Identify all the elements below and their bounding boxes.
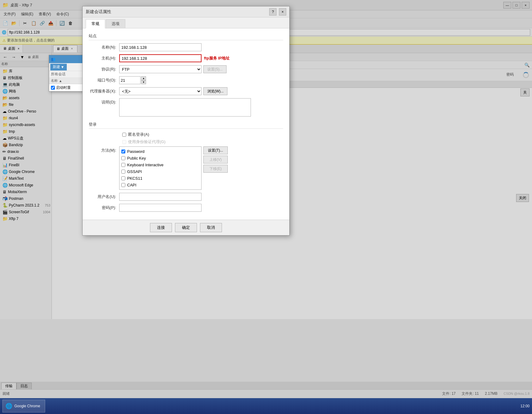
- browse-button[interactable]: 浏览(W)...: [203, 87, 227, 95]
- connect-button[interactable]: 连接: [150, 223, 172, 232]
- username-label: 用户名(U):: [89, 194, 119, 200]
- method-keyboard: Keyboard Interactive: [121, 161, 199, 168]
- method-gssapi-label: GSSAPI: [127, 169, 142, 174]
- dialog-title-bar: 新建会话属性 ? ×: [83, 6, 289, 17]
- method-label: 方法(M):: [89, 146, 119, 153]
- login-section: 登录 匿名登录(A) 使用身份验证代理(G) 方法(M):: [89, 122, 283, 212]
- dialog-tab-bar: 常规 选项: [83, 17, 289, 28]
- dialog-close-button[interactable]: ×: [279, 8, 286, 16]
- dialog-footer: 连接 确定 取消: [83, 220, 289, 235]
- taskbar-time: 12:00: [520, 404, 530, 408]
- anon-checkbox[interactable]: [122, 133, 126, 137]
- port-input[interactable]: [119, 76, 141, 84]
- port-spinner: ▲ ▼: [141, 76, 146, 84]
- station-section-header: 站点: [89, 33, 283, 40]
- startup-checkbox[interactable]: [51, 86, 55, 90]
- login-section-header: 登录: [89, 122, 283, 129]
- desc-row: 说明(D):: [89, 98, 283, 117]
- port-row: 端口号(O): ▲ ▼: [89, 76, 283, 84]
- proxy-row: 代理服务器(X): <无> 浏览(W)...: [89, 87, 283, 95]
- annotation-text: ftp服务 IP地址: [204, 56, 230, 60]
- desc-textarea-container: [119, 98, 251, 117]
- name-input[interactable]: [119, 43, 202, 51]
- identity-label: 使用身份验证代理(G): [128, 139, 166, 145]
- password-label: 密码(P):: [89, 205, 119, 211]
- move-up-button[interactable]: 上移(V): [203, 156, 228, 164]
- method-list: Password Public Key Keyboard Interactive: [119, 146, 202, 190]
- host-row: 主机(H): ftp服务 IP地址: [89, 54, 283, 62]
- method-buttons: 设置(T)... 上移(V) 下移(E): [203, 146, 228, 173]
- password-input[interactable]: [119, 204, 202, 212]
- port-increment-button[interactable]: ▲: [141, 76, 146, 80]
- method-keyboard-label: Keyboard Interactive: [127, 163, 163, 167]
- anon-login-row: 匿名登录(A): [89, 132, 283, 137]
- protocol-row: 协议(R): FTP SFTP 设置(S)...: [89, 65, 283, 73]
- ok-button[interactable]: 确定: [175, 223, 197, 232]
- method-gssapi: GSSAPI: [121, 168, 199, 175]
- move-down-button[interactable]: 下移(E): [203, 165, 228, 173]
- sort-icon: ▲: [59, 79, 62, 83]
- method-setup-button[interactable]: 设置(T)...: [203, 146, 228, 154]
- port-input-container: ▲ ▼: [119, 76, 146, 84]
- proxy-label: 代理服务器(X):: [89, 88, 119, 94]
- identity-checkbox[interactable]: [122, 140, 126, 144]
- station-section: 站点 名称(N): 主机(H): ftp服务 IP地址: [89, 33, 283, 117]
- dialog-tab-general[interactable]: 常规: [86, 19, 105, 28]
- taskbar-chrome-button[interactable]: 🌐 Google Chrome: [2, 400, 45, 412]
- taskbar-right: 12:00: [520, 404, 530, 408]
- annotation-container: ftp服务 IP地址: [204, 56, 230, 61]
- host-label: 主机(H):: [89, 56, 119, 61]
- name-row: 名称(N):: [89, 43, 283, 51]
- taskbar-chrome-label: Google Chrome: [14, 404, 40, 408]
- taskbar: 🌐 Google Chrome 12:00: [0, 398, 532, 414]
- dialog-content: 站点 名称(N): 主机(H): ftp服务 IP地址: [83, 28, 289, 220]
- method-password-label: Password: [127, 149, 145, 154]
- session-panel-icon: 👥: [51, 57, 55, 61]
- method-publickey-label: Public Key: [127, 156, 146, 160]
- name-label: 名称(N):: [89, 45, 119, 50]
- anon-label: 匿名登录(A): [128, 132, 149, 137]
- cancel-button[interactable]: 取消: [200, 223, 222, 232]
- method-capi-label: CAPI: [127, 183, 136, 187]
- xftp-main-window: 📁 桌面 - Xftp 7 — □ × 文件(F) 编辑(E) 查看(V) 命令…: [0, 0, 532, 414]
- password-row: 密码(P):: [89, 204, 283, 212]
- protocol-label: 协议(R):: [89, 67, 119, 72]
- desc-label: 说明(D):: [89, 98, 119, 105]
- protocol-select[interactable]: FTP SFTP: [119, 65, 202, 73]
- method-publickey: Public Key: [121, 155, 199, 161]
- new-btn-arrow: ▼: [61, 65, 64, 69]
- host-input[interactable]: [119, 54, 202, 62]
- method-pkcs11-checkbox[interactable]: [121, 176, 125, 180]
- new-session-button[interactable]: 新建 ▼: [50, 64, 67, 70]
- dialog-tab-options[interactable]: 选项: [106, 19, 125, 28]
- proxy-select[interactable]: <无>: [119, 87, 202, 95]
- new-btn-label: 新建: [53, 64, 60, 70]
- session-name-header-label: 名称: [51, 78, 58, 83]
- method-section: 方法(M): Password Public Key: [89, 146, 283, 190]
- method-gssapi-checkbox[interactable]: [121, 170, 125, 174]
- method-publickey-checkbox[interactable]: [121, 156, 125, 160]
- startup-label: 启动时显: [56, 85, 71, 90]
- desc-textarea[interactable]: [119, 98, 251, 117]
- method-password: Password: [121, 148, 199, 155]
- dialog-title-controls: ? ×: [269, 8, 286, 16]
- dialog-title-text: 新建会话属性: [86, 9, 111, 15]
- port-label: 端口号(O):: [89, 77, 119, 83]
- username-row: 用户名(U):: [89, 193, 283, 201]
- taskbar-chrome-icon: 🌐: [5, 402, 12, 410]
- username-input[interactable]: [119, 193, 202, 201]
- method-password-checkbox[interactable]: [121, 149, 125, 153]
- identity-proxy-row: 使用身份验证代理(G): [89, 139, 283, 145]
- method-content: Password Public Key Keyboard Interactive: [119, 146, 228, 190]
- settings-button[interactable]: 设置(S)...: [203, 65, 227, 73]
- port-decrement-button[interactable]: ▼: [141, 80, 146, 84]
- new-session-dialog: 新建会话属性 ? × 常规 选项 站点 名称(N):: [82, 6, 290, 236]
- method-capi-checkbox[interactable]: [121, 183, 125, 187]
- method-capi: CAPI: [121, 182, 199, 188]
- session-group-label: 所有会话: [51, 72, 66, 76]
- method-pkcs11-label: PKCS11: [127, 176, 142, 181]
- dialog-help-button[interactable]: ?: [269, 8, 277, 16]
- method-keyboard-checkbox[interactable]: [121, 163, 125, 167]
- method-pkcs11: PKCS11: [121, 175, 199, 182]
